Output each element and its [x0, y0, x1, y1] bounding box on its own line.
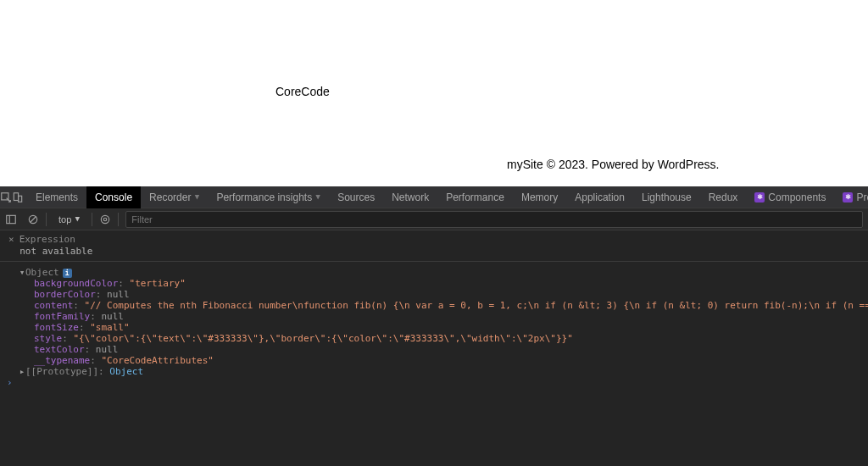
object-header[interactable]: ▾Objecti: [3, 267, 861, 278]
prop-row[interactable]: content: "// Computes the nth Fibonacci …: [3, 300, 861, 311]
console-output: ▾Objecti backgroundColor: "tertiary" bor…: [0, 262, 868, 393]
prototype-row[interactable]: ▸[[Prototype]]: Object: [3, 366, 861, 377]
devtools-tabbar: Elements Console Recorder Performance in…: [0, 186, 868, 208]
toggle-sidebar-icon[interactable]: [0, 208, 22, 230]
svg-rect-2: [19, 196, 22, 202]
tab-console[interactable]: Console: [86, 186, 141, 208]
prop-value: null: [96, 344, 119, 355]
prop-row[interactable]: style: "{\"color\":{\"text\":\"#333333\"…: [3, 333, 861, 344]
tab-label: Performance insights: [216, 191, 312, 203]
tab-memory[interactable]: Memory: [513, 186, 566, 208]
tab-lighthouse[interactable]: Lighthouse: [633, 186, 700, 208]
tab-performance-insights[interactable]: Performance insights: [208, 186, 329, 208]
prop-key: backgroundColor: [34, 278, 118, 289]
devtools-panel: Elements Console Recorder Performance in…: [0, 186, 868, 466]
prop-row[interactable]: backgroundColor: "tertiary": [3, 278, 861, 289]
page-footer-text: mySite © 2023. Powered by WordPress.: [507, 158, 720, 171]
caret-right-icon[interactable]: ▸: [19, 366, 25, 377]
watch-label: Expression: [19, 234, 75, 245]
prop-row[interactable]: fontFamily: null: [3, 311, 861, 322]
filter-wrapper: [125, 211, 863, 228]
prop-row[interactable]: borderColor: null: [3, 289, 861, 300]
prop-value: "small": [90, 322, 129, 333]
svg-point-7: [102, 215, 109, 223]
separator: [92, 213, 92, 226]
prop-key: borderColor: [34, 289, 96, 300]
prop-key: content: [34, 300, 73, 311]
clear-console-icon[interactable]: [22, 208, 44, 230]
inspect-element-icon[interactable]: [0, 186, 12, 208]
prop-row[interactable]: textColor: null: [3, 344, 861, 355]
prototype-label: [[Prototype]]: [25, 366, 98, 377]
tab-elements[interactable]: Elements: [27, 186, 86, 208]
chevron-down-icon: [75, 217, 80, 222]
prototype-value: Object: [109, 366, 143, 377]
separator: [46, 213, 47, 226]
console-toolbar: top: [0, 208, 868, 230]
tab-profiler[interactable]: ⚛Profiler: [834, 186, 868, 208]
console-filter-input[interactable]: [126, 214, 862, 225]
tab-recorder[interactable]: Recorder: [141, 186, 208, 208]
tab-components[interactable]: ⚛Components: [746, 186, 834, 208]
svg-rect-1: [14, 192, 18, 200]
prop-value: "// Computes the nth Fibonacci number\nf…: [85, 300, 868, 311]
prop-key: __typename: [34, 355, 90, 366]
context-label: top: [58, 214, 71, 225]
prop-value: "CoreCodeAttributes": [101, 355, 213, 366]
caret-down-icon[interactable]: ▾: [19, 267, 25, 278]
tab-label: Recorder: [149, 191, 191, 203]
prop-key: style: [34, 333, 62, 344]
tab-performance[interactable]: Performance: [437, 186, 513, 208]
page-heading: CoreCode: [275, 85, 330, 98]
react-ext-icon: ⚛: [843, 192, 853, 202]
prop-value: null: [107, 289, 130, 300]
info-icon[interactable]: i: [63, 269, 72, 278]
tab-network[interactable]: Network: [383, 186, 437, 208]
prop-value: "{\"color\":{\"text\":\"#333333\"},\"bor…: [73, 333, 572, 344]
prop-row[interactable]: __typename: "CoreCodeAttributes": [3, 355, 861, 366]
svg-point-8: [104, 218, 108, 221]
prop-key: fontFamily: [34, 311, 90, 322]
live-expression-row: ×Expression not available: [0, 230, 868, 262]
prop-value: "tertiary": [130, 278, 186, 289]
watch-value: not available: [19, 246, 92, 257]
dropdown-icon: [194, 195, 199, 200]
tab-label: Profiler: [856, 191, 868, 203]
console-prompt[interactable]: ›: [3, 377, 861, 388]
device-toolbar-icon[interactable]: [12, 186, 24, 208]
prop-key: fontSize: [34, 322, 79, 333]
prop-value: null: [101, 311, 124, 322]
execution-context-selector[interactable]: top: [52, 211, 86, 228]
page-content: CoreCode mySite © 2023. Powered by WordP…: [0, 0, 868, 186]
react-ext-icon: ⚛: [754, 192, 765, 202]
prop-row[interactable]: fontSize: "small": [3, 322, 861, 333]
object-tag: Object: [25, 267, 59, 278]
close-icon[interactable]: ×: [8, 234, 14, 245]
svg-line-6: [31, 216, 36, 222]
svg-rect-3: [7, 215, 16, 223]
tab-sources[interactable]: Sources: [329, 186, 383, 208]
tab-label: Components: [768, 191, 826, 203]
dropdown-icon: [315, 195, 320, 200]
prop-key: textColor: [34, 344, 85, 355]
tab-redux[interactable]: Redux: [700, 186, 747, 208]
separator: [118, 213, 119, 226]
live-expression-icon[interactable]: [94, 208, 116, 230]
tab-application[interactable]: Application: [566, 186, 633, 208]
